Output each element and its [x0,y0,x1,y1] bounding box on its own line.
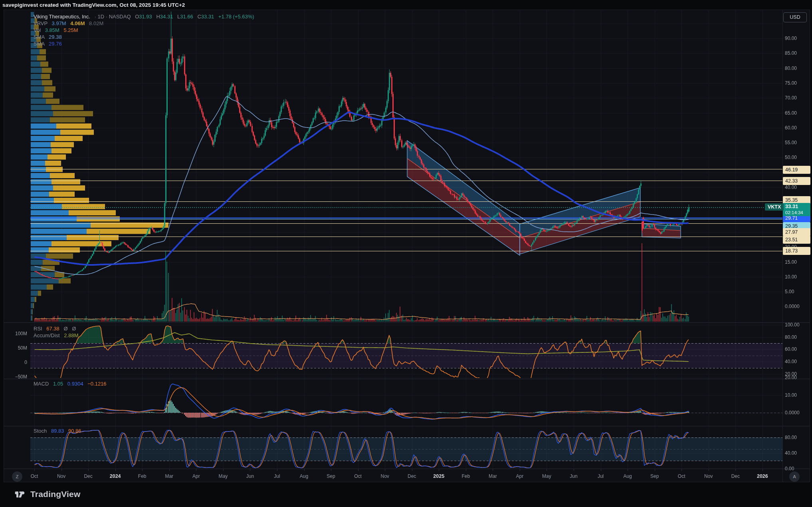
ohlc-close: 33.31 [201,14,214,20]
time-axis-label: Aug [300,473,308,479]
stoch-k-value: 89.83 [51,428,64,434]
rsi-value: 67.38 [46,326,59,332]
time-axis-label: Dec [408,473,416,479]
ohlc-high: 34.31 [160,14,173,20]
timezone-button[interactable]: Z [12,471,22,482]
macd-legend-row[interactable]: MACD 1.05 0.9304 −0.1216 [34,381,107,387]
macd-scale-label: 20.00 [785,375,797,380]
stoch-label: Stoch [34,428,47,434]
price-level-badge: 27.97 [783,228,810,236]
time-axis-label: May [219,473,228,479]
price-scale-label: 65.00 [785,110,797,116]
macd-label: MACD [34,381,49,387]
time-axis-label: Mar [489,473,497,479]
sma2-legend-row[interactable]: SMA 29.76 [34,41,62,47]
symbol-meta: · 1D · NASDAQ [95,14,131,20]
time-axis-label: Jun [246,473,254,479]
accum-dist-label: Accum/Dist [34,332,60,338]
volume-legend-row[interactable]: Vol 3.85M 5.25M [34,27,78,33]
price-level-badge: 23.51 [783,236,810,244]
rsi-scale-label: 100.00 [785,322,800,328]
price-level-badge: 18.73 [783,247,810,255]
sma2-value: 29.76 [49,41,62,47]
countdown-timer: 02:14:34 [785,210,810,215]
price-scale-label: 50.00 [785,155,797,160]
vrvp-down-value: 4.06M [70,20,85,26]
time-axis-label: Feb [138,473,147,479]
tradingview-chart: savepiginvest created with TradingView.c… [0,0,812,507]
sma1-legend-row[interactable]: SMA 29.38 [34,34,62,40]
current-price-value: 33.31 [785,203,810,210]
vol-value: 3.85M [45,27,59,33]
vrvp-up-value: 3.97M [52,20,66,26]
time-axis-label: 2025 [433,473,444,479]
rsi-empty-icon-1: Ø [63,326,67,332]
accum-dist-scale-label: −50M [3,374,27,380]
time-axis-label: Jul [598,473,604,479]
vrvp-legend-row[interactable]: VRVP 3.97M 4.06M 8.02M [34,20,103,26]
price-scale-label: 15.00 [785,259,797,265]
price-scale-label: 10.00 [785,274,797,280]
time-axis-label: Feb [461,473,470,479]
price-scale-label: 55.00 [785,140,797,145]
macd-signal-value: −0.1216 [87,381,106,387]
sma2-label: SMA [34,41,44,47]
time-axis-label: Dec [731,473,740,479]
symbol-legend-row[interactable]: Viking Therapeutics, Inc. · 1D · NASDAQ … [34,14,254,20]
accum-dist-legend-row[interactable]: Accum/Dist 2.88M [34,332,79,338]
price-scale-label: 40.00 [785,185,797,190]
rsi-label: RSI [34,326,42,332]
price-scale-label: 5.00 [785,289,794,294]
rsi-scale-label: 60.00 [785,346,797,352]
vol-label: Vol [34,27,41,33]
time-axis-label: 2026 [757,473,768,479]
current-price-badge: 33.3102:14:34 [783,203,810,216]
stoch-scale-label: 40.00 [785,450,797,456]
macd-hist-value: 1.05 [53,381,63,387]
ohlc-open-label: O [135,14,139,20]
accum-dist-scale-label: 50M [3,345,27,351]
symbol-price-tag: VKTX [765,203,784,211]
auto-scale-button[interactable]: A [789,471,800,482]
tradingview-logo-icon [14,488,26,500]
price-scale-label: 90.00 [785,36,797,41]
tradingview-logo[interactable]: TradingView [14,488,81,500]
time-axis-label: Sep [327,473,335,479]
price-level-badge: 46.19 [783,166,810,174]
time-axis-label: Aug [623,473,632,479]
macd-scale-label: 10.00 [785,392,797,398]
ohlc-change: +1.78 (+5.63%) [218,14,254,20]
ohlc-high-label: H [156,14,160,20]
time-axis-label: Oct [31,473,38,479]
chart-canvas[interactable] [0,0,812,507]
price-scale-label: 60.00 [785,125,797,131]
price-level-badge: 42.33 [783,177,810,185]
vol-ma-value: 5.25M [63,27,78,33]
price-scale-label: 80.00 [785,66,797,71]
accum-dist-scale-label: 0 [3,360,27,365]
rsi-legend-row[interactable]: RSI 67.38 Ø Ø [34,326,76,332]
price-scale-label: 0.0000 [785,304,800,309]
rsi-empty-icon-2: Ø [72,326,76,332]
ohlc-open: 31.93 [139,14,152,20]
time-axis-label: Oct [354,473,362,479]
time-axis-label: Nov [704,473,713,479]
symbol-title: Viking Therapeutics, Inc. [34,14,90,20]
time-axis-label: Apr [192,473,200,479]
time-axis-label: 2024 [110,473,121,479]
sma1-label: SMA [34,34,44,40]
currency-button[interactable]: USD [783,12,807,22]
rsi-scale-label: 80.00 [785,334,797,340]
time-axis-label: Mar [165,473,173,479]
ohlc-close-label: C [197,14,201,20]
stoch-d-value: 90.86 [68,428,81,434]
time-axis-label: Jun [570,473,577,479]
tradingview-logo-text: TradingView [30,489,81,499]
accum-dist-value: 2.88M [64,332,78,338]
time-axis-label: Dec [84,473,92,479]
price-scale-label: 85.00 [785,50,797,56]
accum-dist-scale-label: 100M [3,331,27,336]
price-scale-label: 70.00 [785,95,797,101]
macd-scale-label: 0.0000 [785,410,800,416]
stoch-legend-row[interactable]: Stoch 89.83 90.86 [34,428,81,434]
